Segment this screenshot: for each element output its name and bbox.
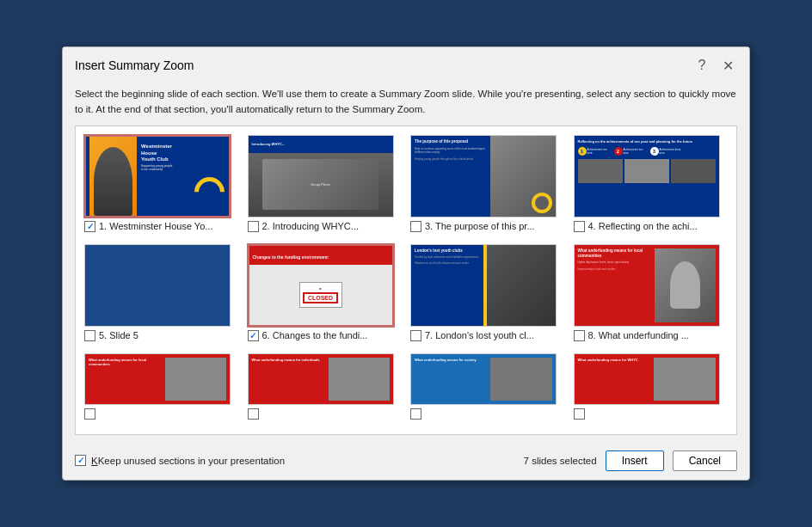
slide-item-2[interactable]: Introducing WHYC... Group Photo bbox=[248, 135, 403, 232]
slide-item-11[interactable]: What underfunding means for society bbox=[410, 353, 565, 420]
slide-checkbox-6[interactable] bbox=[248, 330, 259, 341]
help-button[interactable]: ? bbox=[692, 56, 711, 75]
slide-name-2: 2. Introducing WHYC... bbox=[262, 221, 360, 231]
slides-selected-count: 7 slides selected bbox=[524, 456, 597, 466]
footer-left: KKeep unused sections in your presentati… bbox=[75, 455, 285, 466]
slide-thumbnail-11: What underfunding means for society bbox=[410, 353, 557, 405]
slide-thumbnail-3: The purpose of this proposal Help us con… bbox=[410, 135, 557, 218]
slide-label-8[interactable]: 8. What underfunding ... bbox=[574, 330, 720, 341]
slide-label-10[interactable] bbox=[248, 408, 394, 420]
slide-checkbox-11[interactable] bbox=[410, 408, 421, 420]
cancel-button[interactable]: Cancel bbox=[673, 450, 737, 471]
slide-label-9[interactable] bbox=[84, 408, 231, 420]
slide-name-3: 3. The purpose of this pr... bbox=[425, 221, 535, 231]
slide-thumbnail-5 bbox=[84, 244, 231, 327]
dialog-title: Insert Summary Zoom bbox=[75, 58, 194, 72]
slide-label-5[interactable]: 5. Slide 5 bbox=[84, 330, 231, 341]
slide-name-5: 5. Slide 5 bbox=[99, 330, 138, 340]
keep-unused-underline: K bbox=[91, 456, 98, 466]
slide-label-3[interactable]: 3. The purpose of this pr... bbox=[410, 221, 557, 232]
slide-name-1: 1. Westminster House Yo... bbox=[99, 221, 212, 231]
title-bar: Insert Summary Zoom ? ✕ bbox=[63, 47, 749, 80]
slide-thumbnail-1: WestminsterHouseYouth Club Supporting yo… bbox=[84, 135, 231, 218]
description-text: Select the beginning slide of each secti… bbox=[75, 87, 737, 117]
slide-thumbnail-9: What underfunding means for local commun… bbox=[84, 353, 231, 405]
slide-thumbnail-8: What underfunding means for local commun… bbox=[574, 244, 720, 327]
insert-button[interactable]: Insert bbox=[606, 450, 664, 471]
slide-item-7[interactable]: London's lost youth clubs Funded by loca… bbox=[410, 244, 565, 341]
slide-item-10[interactable]: What underfunding means for individuals bbox=[248, 353, 403, 420]
slide-name-8: 8. What underfunding ... bbox=[588, 330, 689, 340]
slide-item-5[interactable]: 5. Slide 5 bbox=[84, 244, 239, 341]
close-button[interactable]: ✕ bbox=[718, 56, 737, 75]
slide-checkbox-9[interactable] bbox=[84, 408, 95, 420]
slide-label-11[interactable] bbox=[410, 408, 557, 420]
slide-checkbox-7[interactable] bbox=[410, 330, 421, 341]
slide-item-12[interactable]: What underfunding means for WHYC bbox=[574, 353, 729, 420]
slide-name-7: 7. London's lost youth cl... bbox=[425, 330, 534, 340]
slide-name-4: 4. Reflecting on the achi... bbox=[588, 221, 698, 231]
title-bar-actions: ? ✕ bbox=[692, 56, 737, 75]
footer-right: 7 slides selected Insert Cancel bbox=[524, 450, 737, 471]
slide-checkbox-3[interactable] bbox=[410, 221, 421, 232]
slide-thumbnail-4: Reflecting on the achievements of our pa… bbox=[574, 135, 720, 218]
slide-thumbnail-6: Changes to the funding environment: ■ CL… bbox=[248, 244, 394, 327]
slide-item-1[interactable]: WestminsterHouseYouth Club Supporting yo… bbox=[84, 135, 239, 232]
slide-label-6[interactable]: 6. Changes to the fundi... bbox=[248, 330, 394, 341]
slide-item-3[interactable]: The purpose of this proposal Help us con… bbox=[410, 135, 565, 232]
slide-checkbox-1[interactable] bbox=[84, 221, 95, 232]
dialog-body: Select the beginning slide of each secti… bbox=[63, 80, 749, 444]
slide-item-6[interactable]: Changes to the funding environment: ■ CL… bbox=[248, 244, 403, 341]
slide-thumbnail-10: What underfunding means for individuals bbox=[248, 353, 394, 405]
slide-item-8[interactable]: What underfunding means for local commun… bbox=[574, 244, 729, 341]
slide-thumbnail-12: What underfunding means for WHYC bbox=[574, 353, 720, 405]
dialog-footer: KKeep unused sections in your presentati… bbox=[63, 444, 749, 480]
slide-checkbox-5[interactable] bbox=[84, 330, 95, 341]
slide-label-1[interactable]: 1. Westminster House Yo... bbox=[84, 221, 231, 232]
slide-name-6: 6. Changes to the fundi... bbox=[262, 330, 368, 340]
slides-grid: WestminsterHouseYouth Club Supporting yo… bbox=[84, 135, 728, 420]
slide-checkbox-4[interactable] bbox=[574, 221, 585, 232]
slide-label-4[interactable]: 4. Reflecting on the achi... bbox=[574, 221, 720, 232]
slide-checkbox-12[interactable] bbox=[574, 408, 585, 420]
insert-summary-zoom-dialog: Insert Summary Zoom ? ✕ Select the begin… bbox=[62, 46, 750, 481]
keep-unused-label: KKeep unused sections in your presentati… bbox=[91, 456, 285, 466]
slide-thumbnail-7: London's lost youth clubs Funded by loca… bbox=[410, 244, 557, 327]
slide-label-2[interactable]: 2. Introducing WHYC... bbox=[248, 221, 394, 232]
slides-container[interactable]: WestminsterHouseYouth Club Supporting yo… bbox=[75, 126, 737, 435]
slide-item-9[interactable]: What underfunding means for local commun… bbox=[84, 353, 239, 420]
slide-label-12[interactable] bbox=[574, 408, 720, 420]
slide-checkbox-10[interactable] bbox=[248, 408, 259, 420]
slide-thumbnail-2: Introducing WHYC... Group Photo bbox=[248, 135, 394, 218]
slide-label-7[interactable]: 7. London's lost youth cl... bbox=[410, 330, 557, 341]
keep-unused-checkbox[interactable] bbox=[75, 455, 86, 466]
slide-item-4[interactable]: Reflecting on the achievements of our pa… bbox=[574, 135, 729, 232]
slide-checkbox-2[interactable] bbox=[248, 221, 259, 232]
slide-checkbox-8[interactable] bbox=[574, 330, 585, 341]
